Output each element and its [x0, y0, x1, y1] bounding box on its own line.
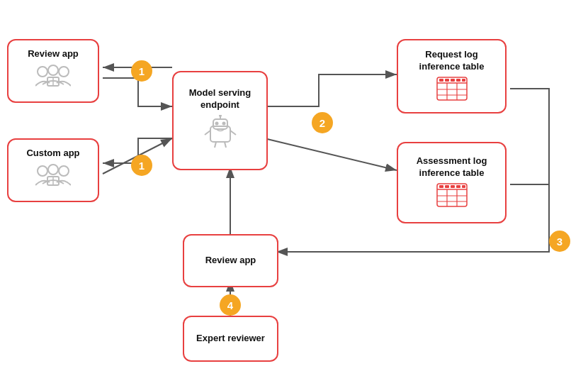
custom-app-box: Custom app: [7, 138, 99, 202]
badge-3: 3: [549, 231, 570, 252]
svg-rect-36: [451, 79, 455, 82]
svg-line-26: [215, 142, 216, 148]
svg-rect-38: [462, 79, 465, 82]
request-log-box: Request log inference table: [397, 39, 507, 113]
model-serving-icon: [200, 115, 240, 154]
badge-1a: 1: [131, 60, 152, 82]
diagram: Review app Custom app: [0, 0, 588, 371]
svg-rect-35: [445, 79, 449, 82]
model-serving-label: Model serving endpoint: [179, 87, 261, 111]
review-app-top-label: Review app: [28, 48, 79, 60]
assessment-log-box: Assessment log inference table: [397, 142, 507, 223]
svg-line-27: [225, 142, 226, 148]
assessment-log-label: Assessment log inference table: [404, 155, 499, 179]
svg-rect-48: [456, 185, 460, 188]
svg-point-21: [219, 115, 222, 117]
svg-point-22: [215, 122, 218, 126]
review-app-bottom-label: Review app: [205, 255, 256, 267]
svg-point-15: [59, 166, 69, 176]
badge-4: 4: [220, 294, 241, 316]
svg-point-13: [38, 166, 47, 176]
svg-rect-37: [456, 79, 460, 82]
svg-rect-34: [439, 79, 443, 82]
svg-line-4: [264, 138, 397, 170]
model-serving-box: Model serving endpoint: [172, 71, 268, 170]
badge-2: 2: [312, 112, 333, 133]
svg-rect-45: [439, 185, 443, 188]
svg-point-8: [38, 67, 47, 77]
custom-app-icon: [35, 164, 71, 193]
assessment-log-icon: [436, 179, 468, 210]
custom-app-label: Custom app: [26, 148, 79, 160]
svg-line-24: [205, 131, 210, 135]
svg-rect-46: [445, 185, 449, 188]
svg-point-9: [48, 65, 58, 75]
review-app-top-box: Review app: [7, 39, 99, 103]
svg-rect-47: [451, 185, 455, 188]
review-app-bottom-box: Review app: [183, 234, 278, 287]
expert-reviewer-box: Expert reviewer: [183, 316, 278, 362]
svg-point-23: [222, 122, 225, 126]
svg-line-25: [230, 131, 236, 135]
expert-reviewer-label: Expert reviewer: [196, 333, 265, 345]
badge-1b: 1: [131, 155, 152, 176]
svg-rect-49: [462, 185, 465, 188]
svg-point-14: [48, 165, 58, 175]
review-app-top-icon: [35, 65, 71, 94]
svg-point-10: [59, 67, 69, 77]
request-log-icon: [436, 72, 468, 104]
request-log-label: Request log inference table: [404, 49, 499, 73]
